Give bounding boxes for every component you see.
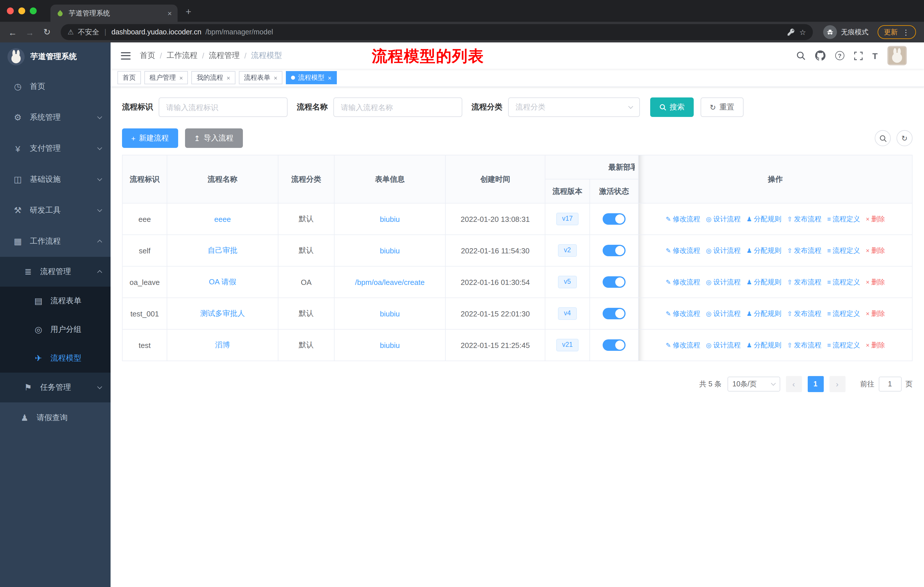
sidebar-item-leave-query[interactable]: ♟ 请假查询 xyxy=(0,402,111,433)
flow-definition-link[interactable]: ≡流程定义 xyxy=(827,309,860,318)
form-info-link[interactable]: biubiu xyxy=(380,309,399,318)
edit-flow-link[interactable]: ✎修改流程 xyxy=(666,340,700,350)
edit-flow-link[interactable]: ✎修改流程 xyxy=(666,246,700,255)
browser-update-button[interactable]: 更新 ⋮ xyxy=(878,25,916,39)
tag-my-process[interactable]: 我的流程 × xyxy=(191,71,236,84)
sidebar-item-home[interactable]: ◷ 首页 xyxy=(0,71,111,102)
publish-flow-link[interactable]: ⇧发布流程 xyxy=(787,246,822,255)
delete-link[interactable]: ×删除 xyxy=(866,246,885,255)
refresh-table-button[interactable]: ↻ xyxy=(896,130,912,146)
reset-button[interactable]: ↻ 重置 xyxy=(701,98,744,117)
page-number-button[interactable]: 1 xyxy=(807,376,823,392)
active-toggle[interactable] xyxy=(602,308,625,319)
sidebar-item-user-group[interactable]: ◎ 用户分组 xyxy=(0,315,111,344)
sidebar-item-infrastructure[interactable]: ◫ 基础设施 xyxy=(0,164,111,195)
fullscreen-icon[interactable] xyxy=(854,51,863,60)
assign-rule-link[interactable]: ♟分配规则 xyxy=(746,277,781,287)
address-bar[interactable]: ⚠ 不安全 | dashboard.yudao.iocoder.cn /bpm/… xyxy=(61,24,813,40)
design-flow-link[interactable]: ◎设计流程 xyxy=(706,246,741,255)
form-info-link[interactable]: biubiu xyxy=(380,341,399,349)
browser-menu-icon[interactable]: ⋮ xyxy=(902,28,910,36)
design-flow-link[interactable]: ◎设计流程 xyxy=(706,277,741,287)
assign-rule-link[interactable]: ♟分配规则 xyxy=(746,340,781,350)
tag-process-model[interactable]: 流程模型 × xyxy=(286,71,337,84)
version-badge[interactable]: v21 xyxy=(556,339,578,351)
zoom-window-button[interactable] xyxy=(30,7,37,14)
security-label[interactable]: 不安全 xyxy=(78,27,99,37)
active-toggle[interactable] xyxy=(602,213,625,225)
flow-definition-link[interactable]: ≡流程定义 xyxy=(827,246,860,255)
active-toggle[interactable] xyxy=(602,245,625,256)
next-page-button[interactable]: › xyxy=(829,376,845,392)
tab-close-icon[interactable]: × xyxy=(168,9,172,18)
reload-icon[interactable]: ↻ xyxy=(40,25,54,39)
version-badge[interactable]: v5 xyxy=(558,276,577,288)
import-flow-button[interactable]: ↥ 导入流程 xyxy=(185,128,243,148)
edit-flow-link[interactable]: ✎修改流程 xyxy=(666,309,700,318)
toggle-search-button[interactable] xyxy=(875,130,891,146)
sidebar-item-task-management[interactable]: ⚑ 任务管理 xyxy=(0,373,111,402)
edit-flow-link[interactable]: ✎修改流程 xyxy=(666,214,700,224)
form-info-link[interactable]: /bpm/oa/leave/create xyxy=(355,278,425,286)
github-icon[interactable] xyxy=(815,50,825,61)
sidebar-item-workflow[interactable]: ▦ 工作流程 xyxy=(0,226,111,257)
sidebar-item-devtools[interactable]: ⚒ 研发工具 xyxy=(0,195,111,226)
app-logo[interactable]: 芋道管理系统 xyxy=(0,42,111,71)
prev-page-button[interactable]: ‹ xyxy=(785,376,802,392)
minimize-window-button[interactable] xyxy=(18,7,25,14)
publish-flow-link[interactable]: ⇧发布流程 xyxy=(787,309,822,318)
publish-flow-link[interactable]: ⇧发布流程 xyxy=(787,340,822,350)
breadcrumb-item-process-management[interactable]: 流程管理 xyxy=(209,50,240,61)
flow-definition-link[interactable]: ≡流程定义 xyxy=(827,214,860,224)
sidebar-item-payment-management[interactable]: ¥ 支付管理 xyxy=(0,133,111,164)
active-toggle[interactable] xyxy=(602,276,625,288)
goto-page-input[interactable] xyxy=(878,377,901,392)
back-icon[interactable]: ← xyxy=(6,25,20,39)
font-size-icon[interactable]: T xyxy=(873,51,878,61)
browser-tab[interactable]: 芋道管理系统 × xyxy=(50,5,178,22)
design-flow-link[interactable]: ◎设计流程 xyxy=(706,340,741,350)
bookmark-star-icon[interactable]: ☆ xyxy=(799,28,806,36)
tag-tenant-management[interactable]: 租户管理 × xyxy=(144,71,188,84)
close-icon[interactable]: × xyxy=(274,74,277,81)
process-name-link[interactable]: eeee xyxy=(214,215,231,223)
help-icon[interactable]: ? xyxy=(835,51,844,60)
tag-process-form[interactable]: 流程表单 × xyxy=(239,71,283,84)
forward-icon[interactable]: → xyxy=(23,25,37,39)
delete-link[interactable]: ×删除 xyxy=(866,277,885,287)
user-avatar[interactable] xyxy=(887,46,907,65)
process-category-select[interactable]: 流程分类 xyxy=(508,98,640,117)
page-size-select[interactable]: 10条/页 xyxy=(727,377,780,392)
flow-definition-link[interactable]: ≡流程定义 xyxy=(827,340,860,350)
process-name-link[interactable]: OA 请假 xyxy=(209,278,236,286)
active-toggle[interactable] xyxy=(602,339,625,351)
delete-link[interactable]: ×删除 xyxy=(866,340,885,350)
publish-flow-link[interactable]: ⇧发布流程 xyxy=(787,277,822,287)
flow-definition-link[interactable]: ≡流程定义 xyxy=(827,277,860,287)
assign-rule-link[interactable]: ♟分配规则 xyxy=(746,246,781,255)
create-flow-button[interactable]: + 新建流程 xyxy=(122,128,178,148)
delete-link[interactable]: ×删除 xyxy=(866,214,885,224)
process-name-link[interactable]: 测试多审批人 xyxy=(200,309,245,317)
version-badge[interactable]: v17 xyxy=(556,213,578,225)
breadcrumb-item-workflow[interactable]: 工作流程 xyxy=(167,50,198,61)
close-icon[interactable]: × xyxy=(226,74,230,81)
password-key-icon[interactable] xyxy=(787,28,795,36)
assign-rule-link[interactable]: ♟分配规则 xyxy=(746,309,781,318)
version-badge[interactable]: v2 xyxy=(558,245,577,257)
delete-link[interactable]: ×删除 xyxy=(866,309,885,318)
edit-flow-link[interactable]: ✎修改流程 xyxy=(666,277,700,287)
sidebar-item-process-form[interactable]: ▤ 流程表单 xyxy=(0,287,111,315)
assign-rule-link[interactable]: ♟分配规则 xyxy=(746,214,781,224)
menu-fold-icon[interactable] xyxy=(121,52,130,60)
search-button[interactable]: 搜索 xyxy=(650,98,694,117)
process-id-input[interactable] xyxy=(159,98,287,117)
search-icon[interactable] xyxy=(796,51,805,60)
design-flow-link[interactable]: ◎设计流程 xyxy=(706,309,741,318)
close-icon[interactable]: × xyxy=(179,74,183,81)
process-name-input[interactable] xyxy=(333,98,462,117)
new-tab-button[interactable]: + xyxy=(186,6,191,18)
sidebar-item-process-model[interactable]: ✈ 流程模型 xyxy=(0,344,111,373)
sidebar-item-system-management[interactable]: ⚙ 系统管理 xyxy=(0,102,111,133)
publish-flow-link[interactable]: ⇧发布流程 xyxy=(787,214,822,224)
